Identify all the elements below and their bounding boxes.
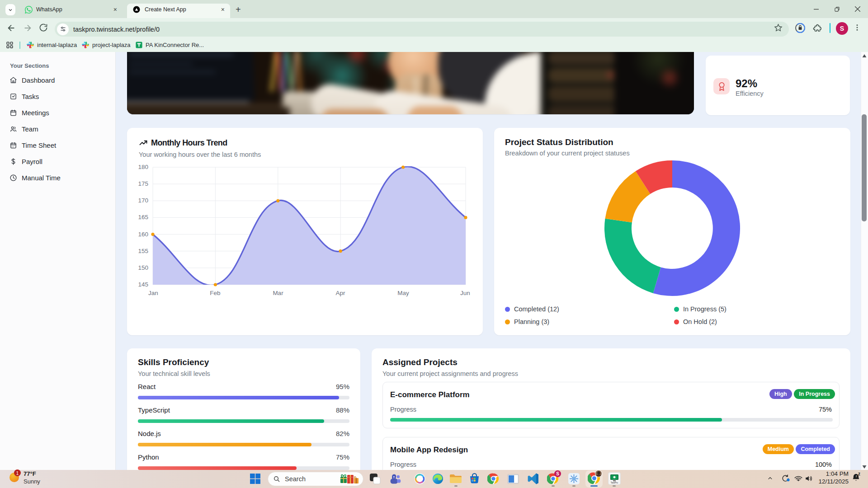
svg-text:Apr: Apr: [335, 290, 345, 296]
svg-text:145: 145: [138, 281, 148, 288]
svg-text:May: May: [397, 290, 409, 296]
svg-text:160: 160: [138, 231, 148, 238]
svg-text:Feb: Feb: [210, 290, 220, 296]
svg-text:150: 150: [138, 264, 148, 271]
svg-text:z: z: [856, 474, 857, 478]
svg-text:Mar: Mar: [273, 290, 283, 296]
svg-text:155: 155: [138, 248, 148, 254]
svg-text:TaskPro: TaskPro: [611, 482, 618, 484]
svg-text:165: 165: [138, 214, 148, 221]
svg-text:180: 180: [138, 164, 148, 170]
svg-text:170: 170: [138, 197, 148, 204]
svg-text:Jun: Jun: [460, 290, 470, 296]
svg-text:175: 175: [138, 180, 148, 187]
svg-text:Jan: Jan: [148, 290, 158, 296]
